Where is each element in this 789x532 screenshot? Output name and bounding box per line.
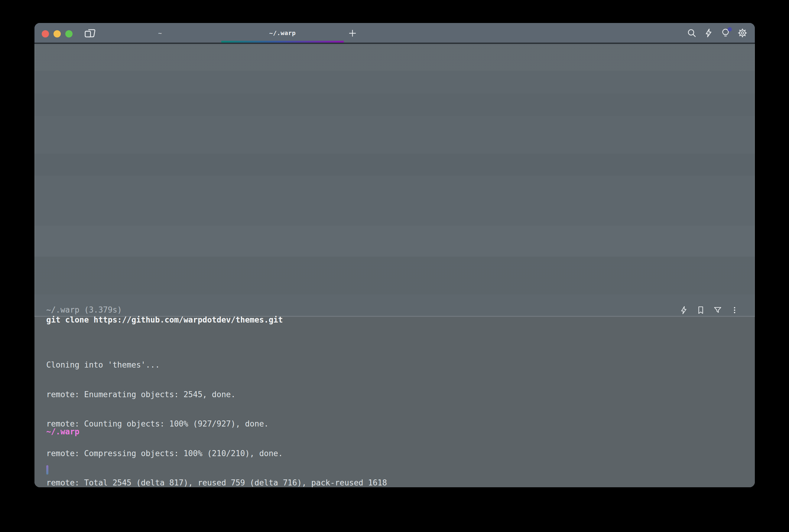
tab-bar-right-icons — [687, 23, 747, 43]
prompt-path: ~/.warp — [46, 427, 79, 437]
lightbulb-icon[interactable] — [721, 28, 730, 38]
minimize-window-button[interactable] — [54, 30, 61, 37]
book-icon[interactable] — [82, 26, 97, 40]
warp-terminal-window: ~ ~/.warp — [35, 23, 755, 487]
output-line: Cloning into 'themes'... — [46, 360, 387, 370]
bookmark-icon[interactable] — [696, 306, 705, 315]
tab-warp[interactable]: ~/.warp — [221, 23, 344, 43]
notification-dot — [728, 27, 732, 32]
active-tab-gradient-underline — [221, 41, 344, 43]
terminal-input-area[interactable] — [35, 445, 755, 487]
output-line: remote: Enumerating objects: 2545, done. — [46, 390, 387, 400]
kebab-menu-icon[interactable] — [730, 306, 739, 315]
command-text[interactable]: git clone https://github.com/warpdotdev/… — [46, 315, 283, 325]
block-context-label: ~/.warp (3.379s) — [46, 305, 122, 315]
tab-home-label: ~ — [158, 29, 162, 37]
zoom-window-button[interactable] — [65, 30, 73, 37]
new-tab-button[interactable] — [345, 26, 360, 40]
block-action-icons — [679, 306, 739, 315]
search-icon[interactable] — [687, 28, 696, 38]
lightning-icon[interactable] — [704, 28, 713, 38]
filter-icon[interactable] — [713, 306, 722, 315]
scrollback-area — [35, 45, 755, 316]
tab-warp-label: ~/.warp — [269, 29, 296, 37]
gear-icon[interactable] — [737, 28, 747, 38]
text-cursor[interactable] — [46, 465, 49, 475]
output-line: remote: Counting objects: 100% (927/927)… — [46, 419, 387, 429]
tab-home[interactable]: ~ — [99, 23, 221, 43]
lightning-icon[interactable] — [679, 306, 688, 315]
window-controls — [42, 30, 73, 37]
close-window-button[interactable] — [42, 30, 49, 37]
tab-bar: ~ ~/.warp — [35, 23, 755, 44]
